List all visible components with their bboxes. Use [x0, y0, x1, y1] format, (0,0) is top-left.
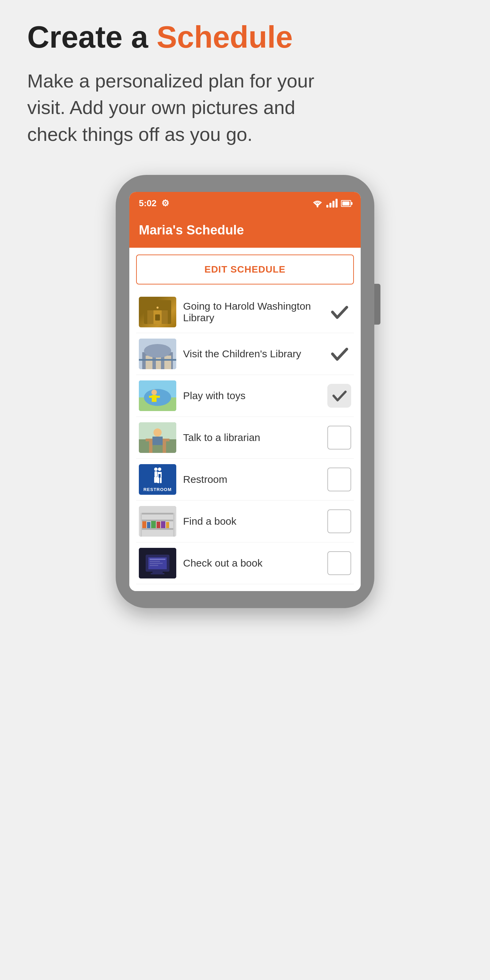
checkbox-unchecked-5[interactable] [327, 468, 351, 492]
item-thumbnail-children-library [139, 339, 176, 369]
svg-rect-18 [149, 396, 153, 398]
item-label-5: Restroom [183, 474, 321, 485]
checkbox-unchecked-7[interactable] [327, 551, 351, 575]
restroom-sign-label: RESTROOM [143, 487, 172, 492]
status-bar-right [312, 199, 351, 208]
app-header: Maria's Schedule [129, 215, 361, 248]
app-content: EDIT SCHEDULE [129, 248, 361, 591]
svg-rect-45 [173, 513, 175, 537]
svg-rect-32 [158, 477, 159, 483]
svg-rect-8 [146, 356, 153, 369]
svg-rect-33 [160, 477, 162, 483]
svg-rect-54 [150, 565, 158, 566]
list-item: Check out a book [136, 542, 354, 584]
svg-rect-49 [153, 571, 163, 573]
item-thumbnail-talk-librarian [139, 422, 176, 453]
svg-rect-51 [150, 559, 165, 560]
phone-mockup: 5:02 ⚙ [27, 175, 463, 608]
checkbox-checked-highlighted-3[interactable] [327, 384, 351, 408]
svg-point-25 [153, 428, 162, 437]
svg-rect-52 [150, 561, 160, 562]
svg-rect-29 [154, 477, 156, 483]
item-thumbnail-library [139, 297, 176, 327]
signal-icon [326, 199, 337, 208]
item-label-1: Going to Harold Washington Library [183, 301, 321, 324]
svg-rect-26 [153, 437, 163, 445]
svg-rect-35 [140, 528, 175, 530]
checkbox-checked-1[interactable] [327, 300, 351, 324]
item-label-2: Visit the Children's Library [183, 348, 321, 360]
item-label-7: Check out a book [183, 557, 321, 569]
checkbox-unchecked-4[interactable] [327, 426, 351, 450]
svg-rect-12 [139, 359, 176, 361]
phone-outer: 5:02 ⚙ [116, 175, 374, 608]
svg-rect-39 [147, 522, 150, 528]
svg-point-31 [158, 468, 161, 471]
list-item: Going to Harold Washington Library [136, 291, 354, 333]
item-label-4: Talk to a librarian [183, 432, 321, 443]
item-label-3: Play with toys [183, 390, 321, 401]
checkbox-checked-2[interactable] [327, 342, 351, 366]
svg-rect-38 [142, 521, 146, 528]
status-bar: 5:02 ⚙ [129, 192, 361, 215]
svg-rect-28 [154, 471, 157, 477]
svg-rect-40 [151, 521, 156, 528]
edit-schedule-button[interactable]: EDIT SCHEDULE [136, 255, 354, 285]
svg-rect-37 [140, 513, 175, 514]
svg-point-11 [144, 344, 171, 358]
svg-rect-36 [140, 520, 175, 521]
status-bar-left: 5:02 ⚙ [139, 198, 169, 208]
phone-screen: 5:02 ⚙ [129, 192, 361, 591]
svg-point-0 [317, 205, 318, 207]
app-header-title: Maria's Schedule [139, 223, 351, 237]
status-time: 5:02 [139, 198, 156, 208]
svg-point-5 [156, 307, 159, 309]
page-title: Create a Schedule [27, 21, 463, 54]
svg-rect-43 [166, 522, 169, 528]
svg-rect-23 [149, 441, 153, 453]
svg-rect-42 [161, 521, 165, 528]
wifi-icon [312, 199, 323, 208]
checkbox-unchecked-6[interactable] [327, 509, 351, 533]
list-item: Play with toys [136, 375, 354, 417]
page-header: Create a Schedule Make a personalized pl… [27, 21, 463, 148]
list-item: Talk to a librarian [136, 417, 354, 459]
list-item: RESTROOM Restroom [136, 459, 354, 501]
item-thumbnail-restroom: RESTROOM [139, 464, 176, 495]
svg-rect-24 [163, 441, 166, 453]
item-thumbnail-play-toys [139, 380, 176, 411]
svg-rect-41 [156, 522, 160, 528]
svg-rect-44 [140, 513, 142, 537]
gear-icon: ⚙ [161, 198, 169, 208]
item-thumbnail-find-book [139, 506, 176, 537]
svg-rect-17 [152, 395, 156, 402]
item-label-6: Find a book [183, 515, 321, 527]
svg-point-16 [151, 390, 157, 395]
list-item: Find a book [136, 501, 354, 542]
svg-rect-53 [150, 563, 163, 564]
svg-rect-50 [151, 573, 164, 574]
svg-rect-10 [164, 356, 171, 369]
battery-icon [341, 200, 351, 207]
svg-point-27 [154, 468, 158, 471]
list-item: Visit the Children's Library [136, 333, 354, 375]
item-thumbnail-checkout-book [139, 548, 176, 579]
svg-rect-19 [156, 396, 160, 398]
page-subtitle: Make a personalized plan for your visit.… [27, 68, 334, 148]
svg-rect-4 [155, 314, 160, 321]
